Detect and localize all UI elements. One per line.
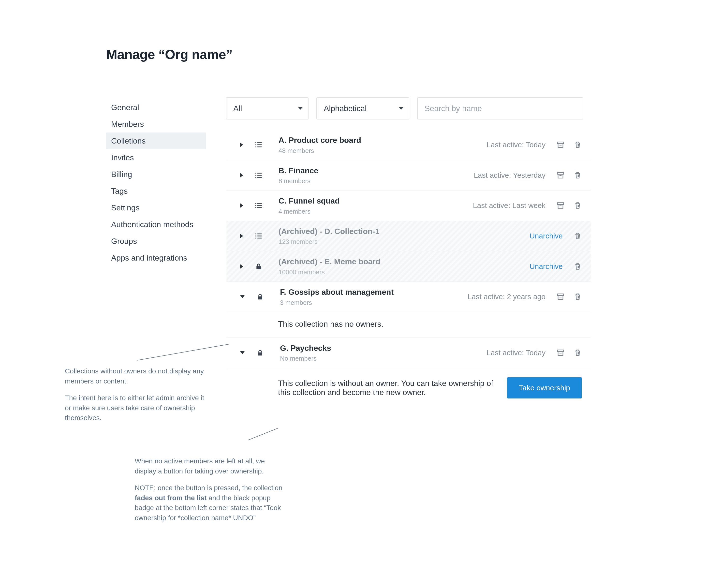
collection-members: 3 members xyxy=(280,299,468,306)
collection-members: 4 members xyxy=(278,208,473,215)
table-row: F. Gossips about management 3 members La… xyxy=(227,282,591,312)
archive-button[interactable] xyxy=(556,201,565,210)
lock-icon xyxy=(256,293,264,301)
sidebar-item-collections[interactable]: Colletions xyxy=(106,133,206,149)
annotation-text: The intent here is to either let admin a… xyxy=(65,393,210,423)
collection-members: 48 members xyxy=(278,147,486,155)
sidebar-item-invites[interactable]: Invites xyxy=(106,149,206,166)
collection-members: 10000 members xyxy=(278,268,530,276)
expand-toggle[interactable] xyxy=(240,143,243,147)
no-owners-message: This collection has no owners. xyxy=(278,320,582,329)
collection-title: G. Paychecks xyxy=(280,343,486,353)
annotation-text: Collections without owners do not displa… xyxy=(65,366,210,386)
list-icon xyxy=(255,171,263,179)
table-row: C. Funnel squad 4 members Last active: L… xyxy=(227,190,591,221)
table-row: A. Product core board 48 members Last ac… xyxy=(227,130,591,160)
delete-button[interactable] xyxy=(573,232,582,240)
last-active: Last active: Today xyxy=(486,349,545,357)
chevron-down-icon xyxy=(298,107,303,110)
expand-toggle[interactable] xyxy=(240,351,245,354)
sidebar-item-groups[interactable]: Groups xyxy=(106,233,206,249)
annotation-text: NOTE: once the button is pressed, the co… xyxy=(135,483,287,523)
archive-button[interactable] xyxy=(556,349,565,357)
archive-button[interactable] xyxy=(556,293,565,301)
expand-toggle[interactable] xyxy=(240,264,243,269)
table-row: G. Paychecks No members Last active: Tod… xyxy=(227,338,591,368)
sidebar-item-members[interactable]: Members xyxy=(106,116,206,133)
unarchive-link[interactable]: Unarchive xyxy=(530,232,563,240)
expand-toggle[interactable] xyxy=(240,234,243,238)
page-title: Manage “Org name” xyxy=(106,47,233,62)
filter-sort-value: Alphabetical xyxy=(324,104,366,113)
collection-title: A. Product core board xyxy=(278,135,486,146)
expand-toggle[interactable] xyxy=(240,295,245,298)
delete-button[interactable] xyxy=(573,201,582,210)
expanded-content: This collection has no owners. xyxy=(227,312,591,338)
last-active: Last active: Today xyxy=(486,141,545,149)
collection-title: F. Gossips about management xyxy=(280,287,468,297)
delete-button[interactable] xyxy=(573,141,582,149)
sidebar-item-apps[interactable]: Apps and integrations xyxy=(106,249,206,266)
ownership-message: This collection is without an owner. You… xyxy=(278,379,497,397)
delete-button[interactable] xyxy=(573,262,582,271)
annotation-note: When no active members are left at all, … xyxy=(135,456,287,523)
collection-title: B. Finance xyxy=(278,166,474,176)
expanded-content: This collection is without an owner. You… xyxy=(227,368,591,409)
delete-button[interactable] xyxy=(573,293,582,301)
sidebar-item-auth-methods[interactable]: Authentication methods xyxy=(106,216,206,233)
last-active: Last active: 2 years ago xyxy=(468,293,545,301)
list-icon xyxy=(255,141,263,149)
collection-title: (Archived) - E. Meme board xyxy=(278,257,530,267)
archive-button[interactable] xyxy=(556,171,565,179)
annotation-line xyxy=(248,428,278,440)
sidebar-item-tags[interactable]: Tags xyxy=(106,183,206,199)
list-icon xyxy=(255,232,263,240)
collection-members: 8 members xyxy=(278,177,474,185)
sidebar-item-settings[interactable]: Settings xyxy=(106,199,206,216)
search-input[interactable] xyxy=(417,97,583,119)
collection-title: C. Funnel squad xyxy=(278,196,473,206)
unarchive-link[interactable]: Unarchive xyxy=(530,262,563,271)
sidebar-item-billing[interactable]: Billing xyxy=(106,166,206,183)
annotation-text-part: NOTE: once the button is pressed, the co… xyxy=(135,484,283,492)
lock-icon xyxy=(256,349,264,357)
annotation-line xyxy=(137,344,229,360)
list-icon xyxy=(255,201,263,210)
table-row: B. Finance 8 members Last active: Yester… xyxy=(227,160,591,191)
sidebar-item-general[interactable]: General xyxy=(106,99,206,116)
filter-sort-select[interactable]: Alphabetical xyxy=(316,97,409,119)
take-ownership-button[interactable]: Take ownership xyxy=(507,377,582,399)
table-row: (Archived) - E. Meme board 10000 members… xyxy=(227,251,591,282)
collection-members: 123 members xyxy=(278,238,530,245)
lock-icon xyxy=(255,262,263,271)
expand-toggle[interactable] xyxy=(240,203,243,208)
annotation-note: Collections without owners do not displa… xyxy=(65,366,210,423)
chevron-down-icon xyxy=(399,107,404,110)
delete-button[interactable] xyxy=(573,349,582,357)
archive-button[interactable] xyxy=(556,141,565,149)
filter-scope-select[interactable]: All xyxy=(226,97,308,119)
delete-button[interactable] xyxy=(573,171,582,179)
expand-toggle[interactable] xyxy=(240,173,243,177)
table-row: (Archived) - D. Collection-1 123 members… xyxy=(227,221,591,252)
filter-row: All Alphabetical xyxy=(226,97,583,119)
annotation-text-bold: fades out from the list xyxy=(135,494,206,502)
collection-members: No members xyxy=(280,355,486,362)
annotation-text: When no active members are left at all, … xyxy=(135,456,287,476)
sidebar: General Members Colletions Invites Billi… xyxy=(106,99,206,266)
last-active: Last active: Last week xyxy=(473,201,545,210)
collection-title: (Archived) - D. Collection-1 xyxy=(278,226,530,237)
filter-scope-value: All xyxy=(233,104,242,113)
last-active: Last active: Yesterday xyxy=(474,171,545,179)
collections-list: A. Product core board 48 members Last ac… xyxy=(227,130,591,409)
